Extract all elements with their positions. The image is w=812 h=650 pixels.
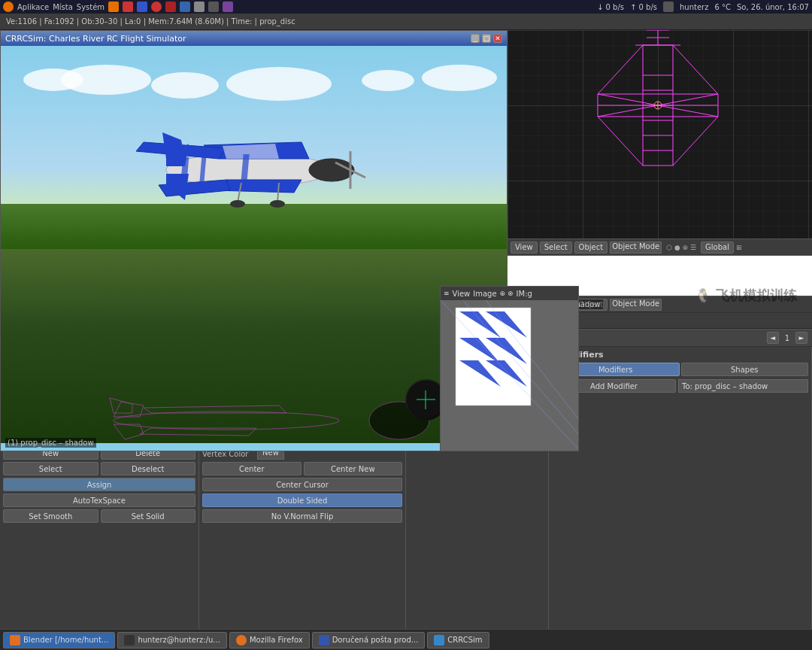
double-sided-btn[interactable]: Double Sided: [202, 494, 402, 507]
prev-page-btn[interactable]: ◄: [767, 332, 779, 344]
center-row: Center Center New: [202, 462, 402, 475]
places-menu[interactable]: Místa: [53, 3, 73, 11]
vp-topright[interactable]: View Select Object Object Mode ⬡ ● ⊕ ☰ G…: [508, 30, 812, 256]
taskbar-icon-2[interactable]: [123, 2, 133, 12]
panel-modifiers-header: ▼ Modifiers: [552, 350, 808, 360]
no-v-normal-flip-btn[interactable]: No V.Normal Flip: [202, 509, 402, 523]
select-deselect-row: Select Deselect: [3, 462, 195, 475]
username: hunterz: [680, 3, 708, 11]
autotex-btn[interactable]: AutoTexSpace: [3, 494, 195, 507]
uv-image-content: [441, 300, 578, 451]
vp-view-btn[interactable]: View: [511, 241, 538, 254]
taskbar-crrc-btn[interactable]: CRRCSim: [427, 632, 489, 648]
vp-uv-editor[interactable]: ≡ View Image ⊕ ⊗ IM:g: [440, 286, 579, 451]
cloud-2: [61, 65, 151, 95]
firefox-taskbar-icon: [236, 635, 247, 645]
taskbar-icon-3[interactable]: [137, 2, 147, 12]
mod-shapes-tabs: Modifiers Shapes: [552, 363, 808, 376]
taskbar: Blender [/home/hunt... hunterz@hunterz:/…: [0, 629, 812, 650]
uv-img-label: IM:g: [517, 290, 532, 298]
uv-view-btn[interactable]: View: [453, 290, 471, 298]
svg-point-19: [270, 200, 285, 208]
next-page-btn[interactable]: ►: [795, 332, 807, 344]
airplane-model: [98, 91, 369, 241]
assign-row: Assign: [3, 478, 195, 491]
sky-background: [1, 46, 507, 249]
taskbar-terminal-btn[interactable]: hunterz@hunterz:/u...: [117, 632, 227, 648]
shapes-tab[interactable]: Shapes: [681, 363, 809, 376]
email-icon: [319, 635, 329, 645]
watermark: 🐧 飞机模拟训练: [695, 287, 797, 305]
taskbar-firefox-btn[interactable]: Mozilla Firefox: [229, 632, 310, 648]
modifier-target: To: prop_disc – shadow: [678, 379, 808, 393]
right-vp-wrapper: View Select Object Object Mode ⬡ ● ⊕ ☰ G…: [508, 30, 812, 312]
br-mode-select[interactable]: Object Mode: [610, 299, 662, 311]
select-btn[interactable]: Select: [3, 462, 98, 475]
viewports: CRRCSim: Charles River RC Flight Simulat…: [0, 30, 812, 312]
svg-rect-33: [508, 30, 812, 255]
svg-marker-4: [223, 144, 279, 159]
firefox-icon: [3, 2, 14, 12]
page-num: 1: [782, 334, 792, 342]
taskbar-icon-8[interactable]: [208, 2, 219, 12]
svg-marker-25: [110, 398, 132, 413]
svg-point-17: [230, 200, 245, 208]
vp-mode-select[interactable]: Object Mode: [610, 241, 662, 254]
vp-topright-toolbar: View Select Object Object Mode ⬡ ● ⊕ ☰ G…: [508, 238, 812, 255]
net-up: ↑ 0 b/s: [630, 3, 657, 11]
minimize-button[interactable]: _: [471, 34, 480, 43]
uv-icon: ≡: [444, 290, 450, 297]
assign-btn[interactable]: Assign: [3, 478, 195, 491]
uv-header: ≡ View Image ⊕ ⊗ IM:g: [441, 287, 578, 300]
blender-info-text: Ve:1106 | Fa:1092 | Ob:30–30 | La:0 | Me…: [6, 17, 295, 26]
blender-task-label: Blender [/home/hunt...: [23, 636, 108, 644]
system-menu[interactable]: Systém: [77, 3, 105, 11]
crrc-task-label: CRRCSim: [447, 636, 482, 644]
cloud-5: [362, 70, 414, 91]
main-area: Ve:1106 | Fa:1092 | Ob:30–30 | La:0 | Me…: [0, 14, 812, 650]
autotex-row: AutoTexSpace: [3, 494, 195, 507]
info-bar: Ve:1106 | Fa:1092 | Ob:30–30 | La:0 | Me…: [0, 14, 812, 30]
system-bar: Aplikace Místa Systém ↓ 0 b/s ↑ 0 b/s hu…: [0, 0, 812, 14]
svg-point-20: [114, 412, 339, 430]
cloud-6: [422, 65, 497, 91]
uv-image-svg: [441, 300, 578, 451]
center-cursor-btn[interactable]: Center Cursor: [202, 478, 402, 491]
crrc-icon: [434, 635, 444, 645]
taskbar-icon-6[interactable]: [180, 2, 190, 12]
vp-object-btn[interactable]: Object: [574, 241, 608, 254]
center-new-btn[interactable]: Center New: [304, 462, 403, 475]
sim-titlebar: CRRCSim: Charles River RC Flight Simulat…: [1, 31, 507, 46]
maximize-button[interactable]: □: [482, 34, 491, 43]
center-btn[interactable]: Center: [202, 462, 301, 475]
taskbar-icon-1[interactable]: [108, 2, 119, 12]
add-modifier-row: Add Modifier To: prop_disc – shadow: [552, 379, 808, 393]
sim-ground: [1, 249, 507, 443]
panel-modifiers: ▼ Modifiers Modifiers Shapes Add Modifie…: [549, 347, 812, 629]
uv-icons: ⊕ ⊗: [500, 290, 514, 297]
uv-image-btn[interactable]: Image: [473, 290, 496, 298]
taskbar-icon-7[interactable]: [194, 2, 205, 12]
vp-select-btn[interactable]: Select: [540, 241, 572, 254]
crrc-viewport[interactable]: CRRCSim: Charles River RC Flight Simulat…: [0, 30, 508, 451]
vp-global-btn[interactable]: Global: [701, 241, 734, 254]
taskbar-icon-4[interactable]: [151, 2, 162, 12]
svg-marker-9: [162, 132, 185, 159]
taskbar-icon-5[interactable]: [165, 2, 176, 12]
set-solid-btn[interactable]: Set Solid: [101, 509, 196, 523]
sim-title: CRRCSim: Charles River RC Flight Simulat…: [5, 34, 186, 44]
close-button[interactable]: ✕: [493, 34, 502, 43]
email-task-label: Doručená pošta prod...: [332, 636, 419, 644]
set-smooth-btn[interactable]: Set Smooth: [3, 509, 98, 523]
taskbar-icon-9[interactable]: [223, 2, 233, 12]
network-icon: [663, 2, 674, 12]
temperature: 6 °C: [714, 3, 731, 11]
net-down: ↓ 0 b/s: [597, 3, 624, 11]
app-menu[interactable]: Aplikace: [17, 3, 49, 11]
datetime: So, 26. únor, 16:07: [737, 3, 809, 11]
taskbar-blender-btn[interactable]: Blender [/home/hunt...: [3, 632, 115, 648]
blender-icon: [10, 635, 20, 645]
taskbar-email-btn[interactable]: Doručená pošta prod...: [312, 632, 426, 648]
firefox-task-label: Mozilla Firefox: [250, 636, 303, 644]
deselect-btn[interactable]: Deselect: [101, 462, 196, 475]
